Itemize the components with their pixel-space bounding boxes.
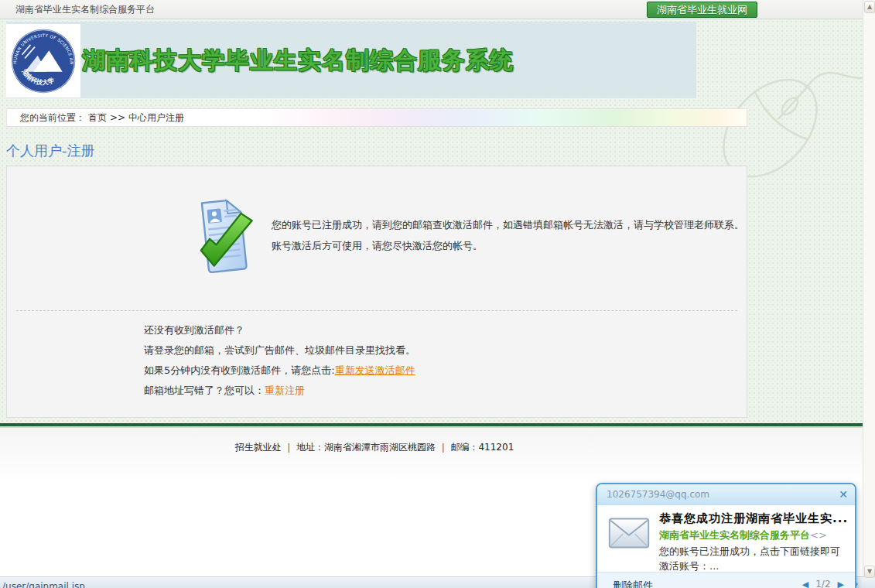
resend-activation-link[interactable]: 重新发送激活邮件 [335, 364, 415, 376]
dashed-divider [16, 310, 737, 311]
help-tip-reregister: 邮箱地址写错了？您可以：重新注册 [144, 381, 415, 401]
mail-preview-text: 您的账号已注册成功，点击下面链接即可激活账号：... [659, 544, 848, 573]
scrollbar-down-icon[interactable]: ▼ [864, 566, 875, 578]
scrollbar-up-icon[interactable]: ▲ [864, 1, 875, 13]
mail-sender: 湖南省毕业生实名制综合服务平台<> [659, 528, 848, 542]
top-bar: 湖南省毕业生实名制综合服务平台 湖南省毕业生就业网 [0, 0, 863, 19]
help-question: 还没有收到激活邮件？ [144, 320, 415, 340]
mail-popup-header: 1026757394@qq.com ✕ [597, 484, 855, 505]
help-tip-reregister-text: 邮箱地址写错了？您可以： [144, 385, 265, 396]
activation-help: 还没有收到激活邮件？ 请登录您的邮箱，尝试到广告邮件、垃圾邮件目录里找找看。 如… [144, 320, 415, 401]
mail-text-column: 恭喜您成功注册湖南省毕业生实... 湖南省毕业生实名制综合服务平台<> 您的账号… [659, 511, 848, 573]
status-url: /user/gainmail.jsp [2, 579, 85, 588]
vertical-scrollbar[interactable]: ▲ ▼ [863, 0, 875, 576]
mail-popup-body: 恭喜您成功注册湖南省毕业生实... 湖南省毕业生实名制综合服务平台<> 您的账号… [597, 505, 855, 573]
breadcrumb-current: 中心用户注册 [128, 112, 184, 123]
help-tip-resend: 如果5分钟内没有收到激活邮件，请您点击:重新发送激活邮件 [144, 361, 415, 381]
help-tip-resend-text: 如果5分钟内没有收到激活邮件，请您点击: [144, 364, 335, 376]
envelope-icon [608, 518, 650, 549]
footer: 招生就业处 ｜ 地址：湖南省湘潭市雨湖区桃园路 ｜ 邮编：411201 [0, 428, 863, 482]
result-message-line2: 账号激活后方可使用，请您尽快激活您的帐号。 [272, 235, 744, 256]
mail-account: 1026757394@qq.com [607, 489, 709, 500]
next-page-icon[interactable]: ▶ [838, 579, 844, 588]
mail-notification-popup: 1026757394@qq.com ✕ 恭喜您成功注册湖南省毕业生实... 湖南… [596, 483, 856, 588]
university-logo[interactable]: HUNAN UNIVERSITY OF SCIENCE AND TECHNOLO… [6, 24, 80, 97]
help-tip-spam: 请登录您的邮箱，尝试到广告邮件、垃圾邮件目录里找找看。 [144, 340, 415, 361]
re-register-link[interactable]: 重新注册 [265, 385, 305, 396]
site-header: HUNAN UNIVERSITY OF SCIENCE AND TECHNOLO… [6, 22, 696, 98]
mail-sender-suffix: <> [810, 529, 827, 541]
close-icon[interactable]: ✕ [839, 487, 848, 501]
page-indicator: 1/2 [815, 579, 830, 588]
mail-popup-footer: 删除邮件 ◀1/2▶ [597, 572, 855, 588]
prev-page-icon[interactable]: ◀ [802, 579, 808, 588]
system-title: 湖南科技大学毕业生实名制综合服务系统 [82, 45, 514, 77]
breadcrumb-separator: >> [110, 112, 125, 123]
result-message-line1: 您的账号已注册成功，请到您的邮箱查收激活邮件，如遇错填邮箱帐号无法激活，请与学校… [272, 214, 744, 235]
mail-subject-link[interactable]: 恭喜您成功注册湖南省毕业生实... [659, 511, 848, 526]
mail-pager: ◀1/2▶ [802, 579, 844, 588]
registration-success-icon [186, 194, 259, 278]
breadcrumb-label: 您的当前位置： [20, 112, 85, 123]
result-message: 您的账号已注册成功，请到您的邮箱查收激活邮件，如遇错填邮箱帐号无法激活，请与学校… [272, 194, 744, 278]
delete-mail-link[interactable]: 删除邮件 [613, 579, 653, 588]
breadcrumb: 您的当前位置：首页>>中心用户注册 [6, 108, 747, 127]
registration-result-panel: 您的账号已注册成功，请到您的邮箱查收激活邮件，如遇错填邮箱帐号无法激活，请与学校… [6, 166, 747, 418]
university-logo-icon: HUNAN UNIVERSITY OF SCIENCE AND TECHNOLO… [9, 27, 77, 95]
page-title: 个人用户-注册 [6, 142, 95, 160]
footer-contact-info: 招生就业处 ｜ 地址：湖南省湘潭市雨湖区桃园路 ｜ 邮编：411201 [0, 441, 749, 454]
platform-title: 湖南省毕业生实名制综合服务平台 [15, 3, 155, 16]
result-row: 您的账号已注册成功，请到您的邮箱查收激活邮件，如遇错填邮箱帐号无法激活，请与学校… [186, 194, 744, 278]
breadcrumb-home-link[interactable]: 首页 [88, 112, 107, 123]
mail-sender-name: 湖南省毕业生实名制综合服务平台 [659, 529, 810, 541]
employment-portal-button[interactable]: 湖南省毕业生就业网 [647, 2, 757, 18]
page: 湖南省毕业生实名制综合服务平台 湖南省毕业生就业网 HUNAN UNIVERSI… [0, 0, 875, 588]
